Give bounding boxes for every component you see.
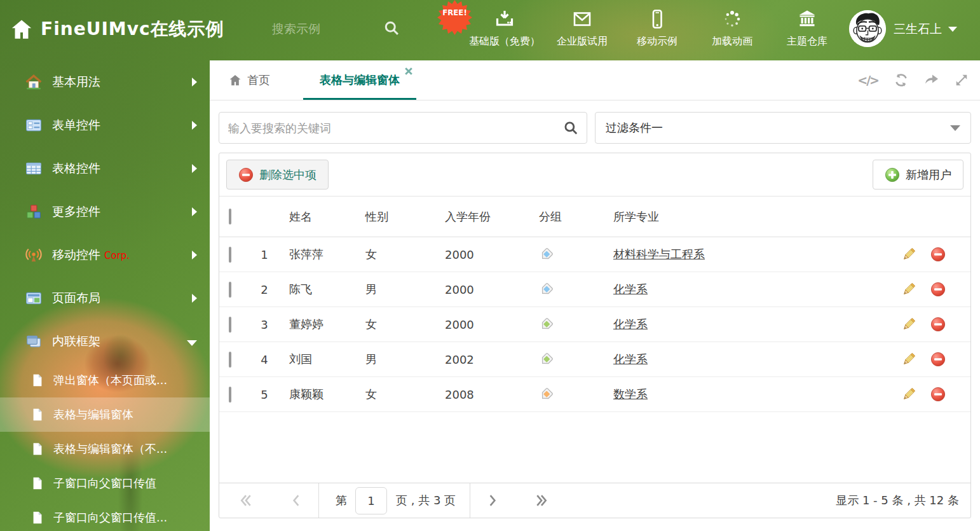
- cell-name: 张萍萍: [280, 247, 357, 262]
- file-icon: [31, 373, 44, 387]
- topbar-nav-item[interactable]: 移动示例: [624, 9, 690, 48]
- row-checkbox[interactable]: [229, 247, 231, 263]
- edit-pencil-icon[interactable]: [894, 282, 923, 297]
- row-checkbox[interactable]: [229, 282, 231, 298]
- user-menu[interactable]: 三生石上: [894, 21, 957, 38]
- row-checkbox[interactable]: [229, 352, 231, 368]
- sidebar-item[interactable]: 更多控件: [0, 190, 210, 233]
- row-number: 3: [248, 318, 280, 331]
- tab-close-icon[interactable]: [405, 67, 412, 75]
- row-number: 1: [248, 248, 280, 261]
- column-header-group[interactable]: 分组: [531, 209, 604, 224]
- table-row: 1 张萍萍 女 2000 材料科学与工程系: [219, 237, 970, 272]
- topbar-search-icon[interactable]: [383, 19, 400, 37]
- cell-name: 康颖颖: [280, 387, 357, 402]
- page-number-input[interactable]: [355, 487, 387, 514]
- next-page-button[interactable]: [488, 494, 497, 507]
- app-title[interactable]: FineUIMvc在线示例: [41, 17, 224, 41]
- major-link[interactable]: 化学系: [613, 282, 648, 296]
- sidebar-item[interactable]: 页面布局: [0, 277, 210, 320]
- delete-row-icon[interactable]: [923, 352, 953, 367]
- sidebar-subitem[interactable]: 子窗口向父窗口传值...: [0, 500, 210, 531]
- sidebar-item[interactable]: 内联框架: [0, 320, 210, 363]
- edit-pencil-icon[interactable]: [894, 387, 923, 402]
- column-header-gender[interactable]: 性别: [357, 209, 436, 224]
- major-link[interactable]: 化学系: [613, 317, 648, 331]
- tab-home[interactable]: 首页: [229, 72, 270, 88]
- sidebar-subitem[interactable]: 表格与编辑窗体: [0, 397, 210, 432]
- grid-header: 姓名 性别 入学年份 分组 所学专业: [219, 197, 970, 237]
- chevron-icon: [192, 251, 197, 259]
- file-icon: [31, 476, 44, 490]
- avatar[interactable]: [849, 10, 886, 47]
- svg-text:FREE!: FREE!: [442, 8, 467, 17]
- sidebar-subitem[interactable]: 弹出窗体（本页面或...: [0, 363, 210, 397]
- blue-tag-icon: [531, 247, 604, 262]
- column-header-major[interactable]: 所学专业: [604, 209, 894, 224]
- edit-pencil-icon[interactable]: [894, 317, 923, 332]
- chevron-icon: [192, 207, 197, 216]
- green-tag-icon: [531, 317, 604, 332]
- sidebar-subitem[interactable]: 子窗口向父窗口传值: [0, 466, 210, 500]
- cell-gender: 男: [357, 352, 436, 367]
- column-header-name[interactable]: 姓名: [280, 209, 357, 224]
- topbar-nav-item[interactable]: 企业版试用: [549, 9, 615, 48]
- table-icon: [25, 160, 42, 177]
- sidebar-item[interactable]: 表格控件: [0, 147, 210, 190]
- sidebar-item[interactable]: 表单控件: [0, 104, 210, 147]
- delete-row-icon[interactable]: [923, 387, 953, 402]
- sidebar-item[interactable]: 移动控件Corp.: [0, 233, 210, 277]
- refresh-icon[interactable]: [894, 72, 909, 88]
- grid-body: 1 张萍萍 女 2000 材料科学与工程系: [219, 237, 970, 412]
- row-checkbox[interactable]: [229, 317, 231, 333]
- file-icon: [31, 511, 44, 525]
- add-user-button[interactable]: 新增用户: [873, 160, 963, 190]
- free-badge[interactable]: FREE!: [437, 0, 472, 35]
- column-header-year[interactable]: 入学年份: [436, 209, 531, 224]
- last-page-button[interactable]: [535, 494, 548, 507]
- sidebar-item[interactable]: 基本用法: [0, 60, 210, 104]
- tab-active[interactable]: 表格与编辑窗体: [303, 60, 416, 100]
- topbar-nav-item[interactable]: 主题仓库: [774, 9, 840, 48]
- cell-year: 2000: [436, 283, 531, 296]
- home-logo-icon[interactable]: [10, 18, 33, 41]
- search-icon[interactable]: [562, 120, 579, 136]
- delete-selected-button[interactable]: 删除选中项: [226, 160, 329, 190]
- sidebar-subitem[interactable]: 表格与编辑窗体（不...: [0, 432, 210, 466]
- delete-row-icon[interactable]: [923, 282, 953, 297]
- delete-row-icon[interactable]: [923, 247, 953, 262]
- major-link[interactable]: 数学系: [613, 387, 648, 401]
- edit-pencil-icon[interactable]: [894, 352, 923, 367]
- home-tab-icon: [229, 74, 242, 86]
- mobile-icon: [647, 9, 667, 29]
- source-code-icon[interactable]: </>: [857, 73, 878, 87]
- grid-search-input[interactable]: [219, 112, 587, 144]
- frames-icon: [25, 333, 42, 350]
- prev-page-button[interactable]: [292, 494, 301, 507]
- cell-gender: 男: [357, 282, 436, 297]
- topbar-search-input[interactable]: [272, 18, 374, 41]
- table-row: 5 康颖颖 女 2008 数学系: [219, 377, 970, 412]
- home-icon: [25, 74, 42, 90]
- major-link[interactable]: 材料科学与工程系: [613, 247, 705, 261]
- delete-row-icon[interactable]: [923, 317, 953, 332]
- major-link[interactable]: 化学系: [613, 352, 648, 366]
- expand-icon[interactable]: [955, 73, 969, 87]
- chevron-icon: [187, 340, 197, 346]
- plus-circle-icon: [885, 167, 900, 183]
- orange-tag-icon: [531, 387, 604, 402]
- select-all-checkbox[interactable]: [229, 209, 231, 224]
- row-number: 2: [248, 283, 280, 296]
- row-checkbox[interactable]: [229, 387, 231, 403]
- first-page-button[interactable]: [240, 494, 252, 507]
- tab-tools: </>: [857, 60, 969, 100]
- cell-gender: 女: [357, 247, 436, 262]
- tab-bar: 首页 表格与编辑窗体 </>: [210, 60, 980, 100]
- share-icon[interactable]: [924, 72, 939, 88]
- chevron-down-icon: [948, 27, 957, 32]
- cell-name: 陈飞: [280, 282, 357, 297]
- edit-pencil-icon[interactable]: [894, 247, 923, 262]
- topbar-nav-item[interactable]: 基础版（免费）: [469, 9, 540, 48]
- topbar-nav-item[interactable]: 加载动画: [699, 9, 765, 48]
- filter-dropdown[interactable]: 过滤条件一: [595, 112, 971, 144]
